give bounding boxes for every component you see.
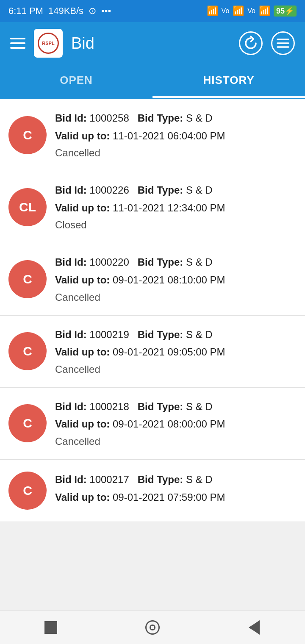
- bid-avatar: C: [8, 116, 47, 154]
- bid-info: Bid Id: 1000219 Bid Type: S & DValid up …: [55, 328, 297, 375]
- hamburger-menu-button[interactable]: [10, 38, 25, 49]
- bid-type-label: Bid Type:: [138, 329, 183, 340]
- tab-history[interactable]: HISTORY: [152, 64, 305, 98]
- list-icon: [277, 37, 289, 49]
- refresh-icon: [243, 36, 258, 51]
- bid-id-label: Bid Id:: [55, 401, 87, 412]
- bid-type-label: Bid Type:: [138, 401, 183, 412]
- stop-button[interactable]: [40, 617, 61, 638]
- time-display: 6:11 PM: [8, 6, 43, 17]
- app-title: Bid: [71, 34, 94, 53]
- signal-icon-2: 📶: [233, 6, 244, 17]
- bid-avatar: C: [8, 332, 47, 370]
- bid-valid-line: Valid up to: 11-01-2021 12:34:00 PM: [55, 201, 297, 215]
- bid-id-value: 1000217: [89, 474, 129, 485]
- header-left: RSPL Bid: [10, 29, 94, 58]
- bid-id-value: 1000220: [89, 256, 129, 268]
- bid-item[interactable]: CBid Id: 1000219 Bid Type: S & DValid up…: [0, 316, 305, 388]
- home-icon: [145, 620, 160, 635]
- bid-id-label: Bid Id:: [55, 256, 87, 268]
- bottom-nav: [0, 610, 305, 644]
- bid-list: CBid Id: 1000258 Bid Type: S & DValid up…: [0, 99, 305, 522]
- bid-id-label: Bid Id:: [55, 474, 87, 485]
- bid-id-label: Bid Id:: [55, 329, 87, 340]
- bid-info: Bid Id: 1000258 Bid Type: S & DValid up …: [55, 111, 297, 159]
- bid-valid-line: Valid up to: 09-01-2021 08:10:00 PM: [55, 273, 297, 287]
- app-logo: RSPL: [34, 29, 63, 58]
- bid-id-value: 1000219: [89, 329, 129, 340]
- bid-info: Bid Id: 1000217 Bid Type: S & DValid up …: [55, 472, 297, 508]
- bid-id-value: 1000218: [89, 401, 129, 412]
- bid-item[interactable]: CBid Id: 1000217 Bid Type: S & DValid up…: [0, 460, 305, 522]
- bid-avatar: C: [8, 472, 47, 510]
- bid-id-line: Bid Id: 1000217 Bid Type: S & D: [55, 472, 297, 487]
- menu-button[interactable]: [271, 31, 295, 55]
- bid-id-value: 1000258: [89, 112, 129, 124]
- stop-icon: [44, 621, 57, 634]
- bid-status: Cancelled: [55, 291, 297, 303]
- bid-id-label: Bid Id:: [55, 184, 87, 196]
- bid-valid-line: Valid up to: 09-01-2021 07:59:00 PM: [55, 490, 297, 505]
- bid-type-label: Bid Type:: [138, 184, 183, 196]
- valid-up-to-label: Valid up to:: [55, 418, 110, 430]
- app-header: RSPL Bid: [0, 22, 305, 64]
- valid-up-to-label: Valid up to:: [55, 130, 110, 142]
- home-button[interactable]: [142, 617, 163, 638]
- bid-info: Bid Id: 1000218 Bid Type: S & DValid up …: [55, 400, 297, 447]
- bid-avatar: C: [8, 404, 47, 442]
- header-right: [239, 31, 295, 55]
- bid-id-line: Bid Id: 1000218 Bid Type: S & D: [55, 400, 297, 414]
- wifi-icon: 📶: [207, 6, 218, 17]
- back-icon: [249, 620, 260, 635]
- valid-up-to-value: 09-01-2021 08:00:00 PM: [113, 418, 225, 430]
- bid-type-label: Bid Type:: [138, 112, 183, 124]
- valid-up-to-label: Valid up to:: [55, 346, 110, 358]
- status-right: 📶 Vo 📶 Vo 📶 95 ⚡: [207, 6, 297, 17]
- bid-item[interactable]: CBid Id: 1000220 Bid Type: S & DValid up…: [0, 243, 305, 315]
- valid-up-to-value: 09-01-2021 08:10:00 PM: [113, 274, 225, 286]
- dots-icon: •••: [101, 6, 111, 17]
- back-button[interactable]: [244, 617, 265, 638]
- bid-id-label: Bid Id:: [55, 112, 87, 124]
- bid-type-label: Bid Type:: [138, 256, 183, 268]
- bid-type-value: S & D: [186, 401, 213, 412]
- bid-valid-line: Valid up to: 09-01-2021 08:00:00 PM: [55, 417, 297, 431]
- tab-open[interactable]: OPEN: [0, 64, 152, 98]
- bid-info: Bid Id: 1000220 Bid Type: S & DValid up …: [55, 255, 297, 303]
- bid-valid-line: Valid up to: 09-01-2021 09:05:00 PM: [55, 345, 297, 359]
- bid-valid-line: Valid up to: 11-01-2021 06:04:00 PM: [55, 129, 297, 143]
- bid-item[interactable]: CLBid Id: 1000226 Bid Type: S & DValid u…: [0, 171, 305, 243]
- bid-type-label: Bid Type:: [138, 474, 183, 485]
- valid-up-to-value: 11-01-2021 06:04:00 PM: [113, 130, 225, 142]
- valid-up-to-label: Valid up to:: [55, 202, 110, 214]
- signal-icon-4: 📶: [259, 6, 270, 17]
- valid-up-to-label: Valid up to:: [55, 491, 110, 503]
- bid-id-line: Bid Id: 1000220 Bid Type: S & D: [55, 255, 297, 269]
- refresh-button[interactable]: [239, 31, 263, 55]
- bid-status: Cancelled: [55, 147, 297, 159]
- valid-up-to-value: 09-01-2021 07:59:00 PM: [113, 491, 225, 503]
- status-bar: 6:11 PM 149KB/s ⊙ ••• 📶 Vo 📶 Vo 📶 95 ⚡: [0, 0, 305, 22]
- bid-item[interactable]: CBid Id: 1000218 Bid Type: S & DValid up…: [0, 388, 305, 460]
- signal-icon-3: Vo: [247, 7, 255, 15]
- status-left: 6:11 PM 149KB/s ⊙ •••: [8, 6, 111, 17]
- bid-info: Bid Id: 1000226 Bid Type: S & DValid up …: [55, 183, 297, 231]
- bid-status: Cancelled: [55, 436, 297, 447]
- signal-icon-1: Vo: [222, 7, 230, 15]
- bid-avatar: CL: [8, 188, 47, 226]
- bid-type-value: S & D: [186, 474, 213, 485]
- bid-item[interactable]: CBid Id: 1000258 Bid Type: S & DValid up…: [0, 99, 305, 171]
- bid-id-line: Bid Id: 1000226 Bid Type: S & D: [55, 183, 297, 197]
- network-speed: 149KB/s: [48, 6, 83, 17]
- battery-display: 95 ⚡: [274, 6, 297, 17]
- bid-type-value: S & D: [186, 256, 213, 268]
- logo-circle: RSPL: [38, 33, 59, 54]
- bid-id-value: 1000226: [89, 184, 129, 196]
- bid-status: Cancelled: [55, 364, 297, 375]
- bid-type-value: S & D: [186, 329, 213, 340]
- bid-avatar: C: [8, 260, 47, 298]
- valid-up-to-label: Valid up to:: [55, 274, 110, 286]
- bid-type-value: S & D: [186, 112, 213, 124]
- valid-up-to-value: 09-01-2021 09:05:00 PM: [113, 346, 225, 358]
- bid-id-line: Bid Id: 1000258 Bid Type: S & D: [55, 111, 297, 125]
